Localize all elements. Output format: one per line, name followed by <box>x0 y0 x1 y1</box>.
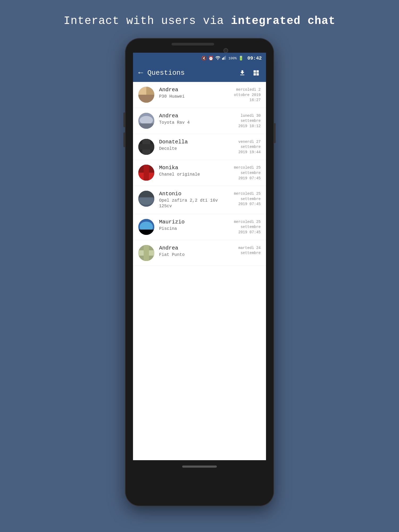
chat-subtitle: Chanel originale <box>159 172 231 177</box>
chat-time: venerdì 27settembre2019 19:44 <box>231 139 261 155</box>
chat-subtitle: Decolte <box>159 146 231 152</box>
avatar <box>138 139 154 155</box>
chat-time: mercoledì 25settembre2019 07:45 <box>231 165 261 181</box>
chat-item[interactable]: Maurizio Piscina mercoledì 25settembre20… <box>133 214 266 240</box>
chat-info: Antonio Opel zafira 2,2 dti 16v 125cv <box>159 191 231 209</box>
toolbar-title: Questions <box>147 69 238 77</box>
avatar <box>138 87 154 103</box>
toolbar: ← Questions <box>133 64 266 82</box>
home-bar <box>133 460 266 473</box>
front-camera <box>223 48 228 53</box>
svg-rect-17 <box>144 165 149 181</box>
svg-rect-6 <box>138 95 154 103</box>
chat-info: Andrea Fiat Punto <box>159 245 231 258</box>
speaker-grill <box>172 43 214 45</box>
status-time: 09:42 <box>247 56 262 61</box>
svg-rect-14 <box>138 144 154 149</box>
download-icon[interactable] <box>238 68 247 77</box>
chat-time: mercoledì 2ottobre 201916:27 <box>231 87 261 103</box>
chat-time: lunedì 30settembre2019 10:12 <box>231 113 261 129</box>
avatar <box>138 191 154 207</box>
svg-rect-23 <box>138 230 154 235</box>
chat-item[interactable]: Andrea P30 Huawei mercoledì 2ottobre 201… <box>133 82 266 108</box>
svg-rect-11 <box>138 123 154 129</box>
avatar <box>138 165 154 181</box>
chat-time: martedì 24settembre <box>231 246 261 256</box>
chat-item[interactable]: Andrea Fiat Punto martedì 24settembre <box>133 240 266 266</box>
chat-name: Donatella <box>159 139 231 145</box>
svg-point-10 <box>140 116 153 124</box>
volume-down-button[interactable] <box>123 132 125 147</box>
header-text-bold: integrated chat <box>231 15 335 27</box>
chat-item[interactable]: Andrea Toyota Rav 4 lunedì 30settembre20… <box>133 108 266 134</box>
wifi-icon <box>215 56 221 61</box>
chat-name: Andrea <box>159 113 231 119</box>
chat-list: Andrea P30 Huawei mercoledì 2ottobre 201… <box>133 82 266 460</box>
chat-item[interactable]: Antonio Opel zafira 2,2 dti 16v 125cv me… <box>133 186 266 214</box>
chat-name: Maurizio <box>159 219 231 225</box>
signal-icon <box>222 56 227 61</box>
back-button[interactable]: ← <box>138 68 143 77</box>
chat-subtitle: Toyota Rav 4 <box>159 120 231 126</box>
svg-point-0 <box>217 59 218 60</box>
chat-subtitle: P30 Huawei <box>159 94 231 99</box>
status-bar: 🔇 ⏰ <box>133 53 266 64</box>
phone-frame: 🔇 ⏰ <box>125 38 274 506</box>
svg-rect-2 <box>223 57 224 60</box>
chat-time: mercoledì 25settembre2019 07:45 <box>231 219 261 235</box>
avatar <box>138 113 154 129</box>
home-indicator[interactable] <box>182 466 217 468</box>
chat-info: Donatella Decolte <box>159 139 231 152</box>
svg-rect-26 <box>144 245 149 261</box>
grid-icon[interactable] <box>252 68 261 77</box>
svg-rect-8 <box>146 87 154 95</box>
mute-icon: 🔇 <box>201 56 207 61</box>
battery-icon: 🔋 <box>238 56 244 61</box>
chat-time: mercoledì 25settembre2019 07:45 <box>231 191 261 207</box>
chat-info: Maurizio Piscina <box>159 219 231 232</box>
chat-info: Andrea P30 Huawei <box>159 87 231 99</box>
chat-info: Monika Chanel originale <box>159 165 231 177</box>
chat-item[interactable]: Donatella Decolte venerdì 27settembre201… <box>133 134 266 160</box>
avatar <box>138 245 154 261</box>
svg-rect-7 <box>138 87 146 95</box>
chat-subtitle: Piscina <box>159 226 231 232</box>
phone-screen: 🔇 ⏰ <box>133 53 266 473</box>
chat-name: Antonio <box>159 191 231 197</box>
svg-rect-3 <box>224 56 225 60</box>
chat-info: Andrea Toyota Rav 4 <box>159 113 231 126</box>
volume-up-button[interactable] <box>123 113 125 127</box>
svg-rect-1 <box>222 58 223 60</box>
alarm-icon: ⏰ <box>208 56 214 61</box>
chat-subtitle: Opel zafira 2,2 dti 16v 125cv <box>159 198 231 209</box>
header-text-normal: Interact with users via <box>64 15 231 27</box>
avatar <box>138 219 154 235</box>
power-button[interactable] <box>274 123 276 143</box>
svg-rect-4 <box>225 56 226 60</box>
chat-subtitle: Fiat Punto <box>159 252 231 258</box>
chat-name: Andrea <box>159 245 231 251</box>
svg-rect-20 <box>138 191 154 197</box>
page-header: Interact with users via integrated chat <box>64 15 335 27</box>
battery-percentage: 100% <box>228 56 237 60</box>
chat-item[interactable]: Monika Chanel originale mercoledì 25sett… <box>133 160 266 186</box>
chat-name: Andrea <box>159 87 231 93</box>
chat-name: Monika <box>159 165 231 171</box>
